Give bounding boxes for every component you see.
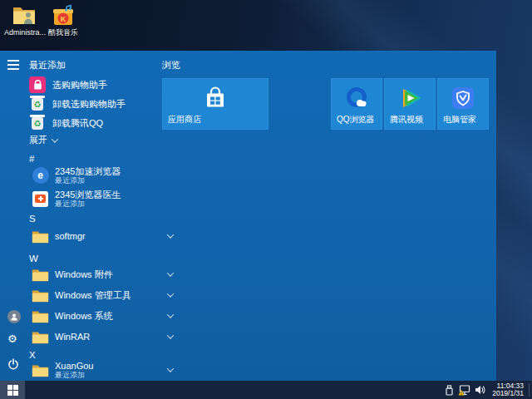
app-folder-softmgr[interactable]: softmgr — [32, 227, 158, 245]
folder-icon — [32, 362, 49, 379]
tile-qq-browser[interactable]: QQ浏览器 — [331, 78, 382, 130]
recent-item-shopping-assistant[interactable]: 选购购物助手 — [29, 76, 162, 94]
tile-label: 应用商店 — [168, 114, 201, 126]
folder-icon — [32, 266, 49, 283]
folder-icon — [32, 228, 49, 245]
app-folder-xuangou[interactable]: XuanGou 最近添加 — [32, 361, 158, 379]
usb-device-icon[interactable] — [445, 385, 454, 396]
tile-pc-manager[interactable]: 电脑管家 — [437, 78, 489, 130]
svg-text:K: K — [61, 15, 66, 23]
tile-label: QQ浏览器 — [337, 114, 375, 126]
section-letter-hash[interactable]: # — [29, 154, 34, 164]
recent-item-label: 卸载选购购物助手 — [52, 98, 126, 111]
recent-item-uninstall-qq[interactable]: ♻ 卸载腾讯QQ — [29, 114, 162, 132]
app-item-2345-doctor[interactable]: 2345浏览器医生 最近添加 — [32, 190, 158, 208]
recent-header: 最近添加 — [29, 59, 66, 71]
browser-e-icon: e — [32, 167, 49, 185]
app-folder-windows-system[interactable]: Windows 系统 — [32, 307, 158, 325]
folder-icon — [32, 328, 49, 346]
expand-button[interactable]: 展开 — [29, 134, 57, 146]
desktop-icon-label: Administra... — [4, 28, 44, 37]
clock-date: 2019/1/31 — [492, 390, 524, 398]
shopping-bag-icon — [29, 76, 46, 93]
speaker-icon[interactable] — [475, 385, 486, 395]
kuwo-music-icon: K — [51, 4, 76, 26]
tencent-video-play-icon — [384, 78, 436, 118]
taskbar-clock[interactable]: 11:04:33 2019/1/31 — [492, 382, 524, 398]
system-tray: 11:04:33 2019/1/31 — [442, 381, 530, 399]
settings-gear-icon[interactable]: ⚙ — [7, 333, 17, 345]
ms-store-bag-icon — [162, 78, 268, 118]
recent-item-label: 选购购物助手 — [52, 79, 107, 91]
desktop-icon-label: 酷我音乐 — [43, 28, 83, 37]
app-folder-winrar[interactable]: WinRAR — [32, 328, 158, 346]
uninstall-trash-icon: ♻ — [29, 115, 46, 131]
tile-group-header[interactable]: 浏览 — [162, 59, 180, 71]
desktop-icon-administrator[interactable]: Administra... — [4, 4, 44, 37]
tile-label: 腾讯视频 — [390, 114, 423, 126]
app-folder-windows-accessories[interactable]: Windows 附件 — [32, 265, 158, 283]
start-button[interactable] — [0, 381, 25, 399]
medkit-icon — [32, 190, 49, 208]
pc-manager-shield-icon — [437, 78, 489, 118]
recent-item-label: 卸载腾讯QQ — [52, 117, 103, 130]
desktop: Administra... K 酷我音乐 ⚙ — [0, 0, 532, 399]
start-menu: ⚙ 最近添加 选购购物助手 ♻ — [0, 51, 496, 381]
tile-app-store[interactable]: 应用商店 — [162, 78, 268, 130]
folder-icon — [32, 308, 49, 325]
tile-tencent-video[interactable]: 腾讯视频 — [384, 78, 436, 130]
folder-icon — [32, 287, 49, 304]
tile-label: 电脑管家 — [443, 114, 476, 126]
section-letter-w[interactable]: W — [29, 254, 38, 264]
tile-area: 浏览 应用商店 — [162, 51, 495, 381]
power-button[interactable] — [7, 358, 19, 373]
user-account-button[interactable] — [7, 310, 21, 323]
avatar — [7, 310, 21, 323]
chevron-down-icon — [52, 135, 58, 142]
recent-item-uninstall-xuangou[interactable]: ♻ 卸载选购购物助手 — [29, 95, 162, 113]
menu-hamburger-button[interactable] — [7, 60, 19, 72]
desktop-icon-kuwo-music[interactable]: K 酷我音乐 — [43, 4, 83, 37]
app-item-2345-browser[interactable]: e 2345加速浏览器 最近添加 — [32, 166, 158, 185]
user-folder-icon — [12, 4, 37, 26]
section-letter-s[interactable]: S — [29, 214, 36, 224]
taskbar: 11:04:33 2019/1/31 — [0, 381, 532, 399]
show-desktop-button[interactable] — [529, 383, 530, 397]
app-folder-windows-admin-tools[interactable]: Windows 管理工具 — [32, 286, 158, 304]
person-icon — [10, 313, 18, 321]
windows-logo-icon — [7, 385, 18, 396]
uninstall-trash-icon: ♻ — [29, 96, 46, 112]
network-warning-icon[interactable] — [458, 385, 470, 396]
qq-browser-icon — [331, 78, 382, 118]
app-list: 最近添加 选购购物助手 ♻ 卸载选购购物助手 ♻ — [29, 51, 162, 381]
section-letter-x[interactable]: X — [29, 350, 36, 360]
